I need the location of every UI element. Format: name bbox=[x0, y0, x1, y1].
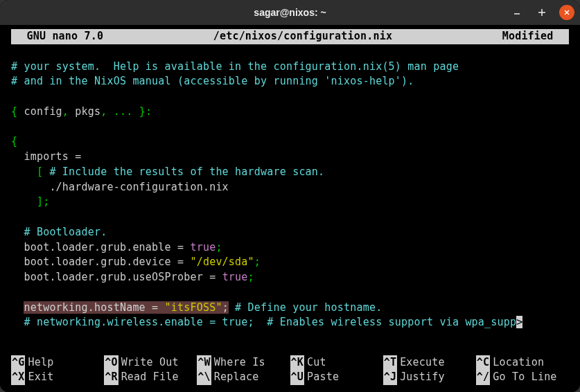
window-controls bbox=[509, 5, 574, 20]
shortcut-where-is[interactable]: ^WWhere Is bbox=[197, 355, 290, 371]
close-button[interactable] bbox=[559, 5, 574, 20]
shortcut-execute[interactable]: ^TExecute bbox=[383, 355, 476, 371]
editor-app-name: GNU nano 7.0 bbox=[14, 29, 103, 44]
shortcut-help[interactable]: ^GHelp bbox=[11, 355, 104, 371]
code-line: ./hardware-configuration.nix bbox=[11, 181, 229, 193]
code-line-highlighted: networking.hostName = "itsFOSS"; # Defin… bbox=[11, 301, 382, 314]
minimize-button[interactable] bbox=[509, 5, 525, 20]
maximize-button[interactable] bbox=[534, 5, 550, 20]
shortcut-replace[interactable]: ^\Replace bbox=[197, 370, 290, 385]
terminal-window: sagar@nixos: ~ GNU nano 7.0 /etc/nixos/c… bbox=[0, 0, 580, 392]
editor-content[interactable]: # your system. Help is available in the … bbox=[11, 44, 569, 351]
shortcut-write-out[interactable]: ^OWrite Out bbox=[104, 355, 197, 371]
code-line: # your system. Help is available in the … bbox=[11, 60, 459, 73]
code-line: { config, pkgs, ... }: bbox=[11, 105, 152, 118]
code-line: # Bootloader. bbox=[11, 226, 107, 238]
code-line: # networking.wireless.enable = true; # E… bbox=[11, 316, 522, 328]
shortcut-exit[interactable]: ^XExit bbox=[11, 370, 104, 385]
shortcut-justify[interactable]: ^JJustify bbox=[383, 370, 476, 385]
editor-file-path: /etc/nixos/configuration.nix bbox=[103, 29, 502, 44]
terminal-body[interactable]: GNU nano 7.0 /etc/nixos/configuration.ni… bbox=[0, 25, 580, 392]
code-line: boot.loader.grub.enable = true; bbox=[11, 241, 222, 253]
code-line: ]; bbox=[11, 195, 49, 208]
code-line: # and in the NixOS manual (accessible by… bbox=[11, 75, 414, 87]
code-line: [ # Include the results of the hardware … bbox=[11, 166, 324, 178]
shortcut-cut[interactable]: ^KCut bbox=[290, 355, 383, 371]
shortcut-bar: ^GHelp ^OWrite Out ^WWhere Is ^KCut ^TEx… bbox=[11, 355, 569, 386]
editor-modified-status: Modified bbox=[502, 29, 566, 44]
code-line: boot.loader.grub.device = "/dev/sda"; bbox=[11, 256, 261, 268]
shortcut-location[interactable]: ^CLocation bbox=[476, 355, 569, 371]
window-title: sagar@nixos: ~ bbox=[254, 7, 326, 18]
shortcut-read-file[interactable]: ^RRead File bbox=[104, 370, 197, 385]
code-line: imports = bbox=[11, 150, 82, 163]
shortcut-paste[interactable]: ^UPaste bbox=[290, 370, 383, 385]
code-line: boot.loader.grub.useOSProber = true; bbox=[11, 271, 254, 283]
line-continuation-indicator: > bbox=[516, 316, 522, 328]
titlebar[interactable]: sagar@nixos: ~ bbox=[0, 0, 580, 25]
code-line: { bbox=[11, 135, 17, 148]
editor-status-bar: GNU nano 7.0 /etc/nixos/configuration.ni… bbox=[11, 29, 569, 44]
shortcut-goto-line[interactable]: ^/Go To Line bbox=[476, 370, 569, 385]
